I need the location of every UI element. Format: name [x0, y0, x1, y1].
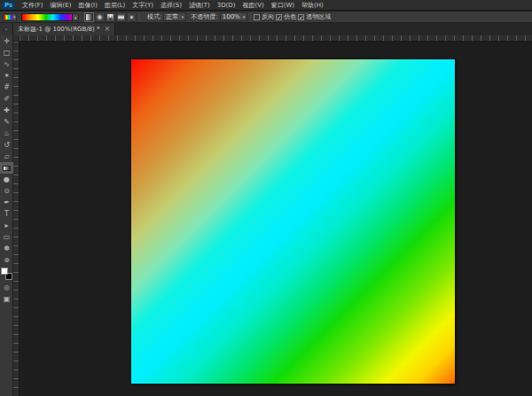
divider [250, 13, 251, 21]
linear-gradient-type-button[interactable] [84, 12, 94, 22]
gradient-tool-icon [4, 15, 12, 19]
type-tool[interactable]: T [0, 208, 13, 220]
menu-item[interactable]: 图像(I) [74, 0, 101, 11]
gradient-picker-arrow[interactable]: ▾ [73, 13, 79, 21]
reflected-gradient-type-button[interactable] [116, 12, 126, 22]
history-brush-tool[interactable]: ↺ [0, 139, 13, 151]
blend-mode-select[interactable]: 正常 ▾ [163, 12, 186, 21]
dither-checkbox[interactable]: ✓ [276, 14, 282, 20]
path-selection-tool[interactable]: ▸ [0, 220, 13, 231]
opacity-value: 100% [223, 13, 240, 20]
menu-item[interactable]: 帮助(H) [298, 0, 327, 11]
quick-selection-tool[interactable]: ✶ [0, 70, 13, 82]
radial-gradient-type-button[interactable] [95, 12, 105, 22]
menu-item[interactable]: 滤镜(T) [185, 0, 214, 11]
crop-tool[interactable]: # [0, 82, 13, 93]
menu-item[interactable]: 文件(F) [19, 0, 47, 11]
clone-stamp-tool[interactable]: ♨ [0, 128, 13, 139]
opacity-select[interactable]: 100% ▾ [220, 12, 248, 21]
dither-checkbox-label: 仿色 [284, 12, 296, 21]
pen-tool[interactable]: ✒ [0, 197, 13, 208]
document-tab[interactable]: 未标题-1 @ 100%(RGB/8) * × [13, 23, 115, 35]
menu-item[interactable]: 文字(Y) [129, 0, 157, 11]
ruler-origin-box[interactable] [13, 35, 20, 42]
document-tab-title: 未标题-1 @ 100%(RGB/8) * [18, 25, 100, 34]
quick-mask-button[interactable]: ◎ [0, 282, 13, 293]
reverse-checkbox-label: 反向 [262, 12, 274, 21]
canvas-gradient-image[interactable] [131, 59, 455, 384]
move-tool[interactable]: ✛ [0, 35, 13, 47]
zoom-tool[interactable]: ⊕ [0, 254, 13, 266]
blend-mode-value: 正常 [166, 12, 178, 21]
dodge-tool[interactable]: ⊙ [0, 185, 13, 197]
menu-item[interactable]: 图层(L) [101, 0, 129, 11]
brush-tool[interactable]: ✎ [0, 116, 13, 128]
eyedropper-tool[interactable]: ✐ [0, 93, 13, 105]
linear-gradient-type-icon [86, 14, 92, 20]
opacity-label: 不透明度: [191, 12, 217, 21]
tools-panel: ✛□∿✶#✐✚✎♨↺▱●⊙✒T▸▭✽⊕◎▣ [0, 35, 13, 396]
transparency-checkbox[interactable]: ✓ [298, 14, 304, 20]
close-icon[interactable]: × [105, 26, 111, 33]
menu-bar: Ps 文件(F)编辑(E)图像(I)图层(L)文字(Y)选择(S)滤镜(T)3D… [0, 0, 532, 11]
tool-preset-picker[interactable]: ▾ [3, 13, 17, 21]
menu-item[interactable]: 窗口(W) [268, 0, 298, 11]
color-swatches [0, 268, 13, 282]
menu-item[interactable]: 3D(D) [214, 0, 239, 11]
shape-tool[interactable]: ▭ [0, 231, 13, 243]
photoshop-window: Ps 文件(F)编辑(E)图像(I)图层(L)文字(Y)选择(S)滤镜(T)3D… [0, 0, 532, 396]
tools-panel-collapse-button[interactable]: » [0, 23, 13, 35]
tool-options-bar: ▾ ▾ 模式: 正常 ▾ 不透明度: 100% ▾ 反向✓仿色✓透明区域 [0, 12, 532, 23]
document-tab-bar: » 未标题-1 @ 100%(RGB/8) * × [0, 23, 532, 35]
chevron-down-icon: ▾ [240, 14, 246, 19]
angle-gradient-type-button[interactable] [106, 12, 115, 22]
photoshop-logo: Ps [2, 1, 15, 10]
healing-brush-tool[interactable]: ✚ [0, 105, 13, 116]
screen-mode-button[interactable]: ▣ [0, 293, 13, 305]
eraser-tool[interactable]: ▱ [0, 151, 13, 162]
transparency-checkbox-label: 透明区域 [306, 12, 331, 21]
menu-item[interactable]: 选择(S) [157, 0, 185, 11]
menu-item[interactable]: 编辑(E) [47, 0, 75, 11]
gradient-tool[interactable] [0, 162, 13, 174]
divider [139, 13, 140, 21]
horizontal-ruler[interactable] [20, 35, 532, 42]
diamond-gradient-type-icon [129, 13, 136, 20]
reflected-gradient-type-icon [118, 14, 124, 20]
foreground-color-swatch[interactable] [1, 268, 8, 275]
menu-item[interactable]: 视图(V) [239, 0, 267, 11]
hand-tool[interactable]: ✽ [0, 243, 13, 254]
reverse-checkbox[interactable] [254, 14, 260, 20]
document-workspace [13, 35, 532, 396]
blur-tool[interactable]: ● [0, 174, 13, 185]
mode-label: 模式: [147, 12, 161, 21]
lasso-tool[interactable]: ∿ [0, 58, 13, 70]
diamond-gradient-type-button[interactable] [127, 12, 137, 22]
gradient-preview-swatch[interactable] [21, 13, 73, 21]
vertical-ruler[interactable] [13, 42, 20, 396]
angle-gradient-type-icon [107, 14, 113, 20]
marquee-tool[interactable]: □ [0, 47, 13, 58]
radial-gradient-type-icon [97, 14, 103, 20]
chevron-down-icon: ▾ [13, 14, 16, 19]
chevron-down-icon: ▾ [179, 14, 184, 19]
gradient-tool-icon [3, 166, 11, 171]
